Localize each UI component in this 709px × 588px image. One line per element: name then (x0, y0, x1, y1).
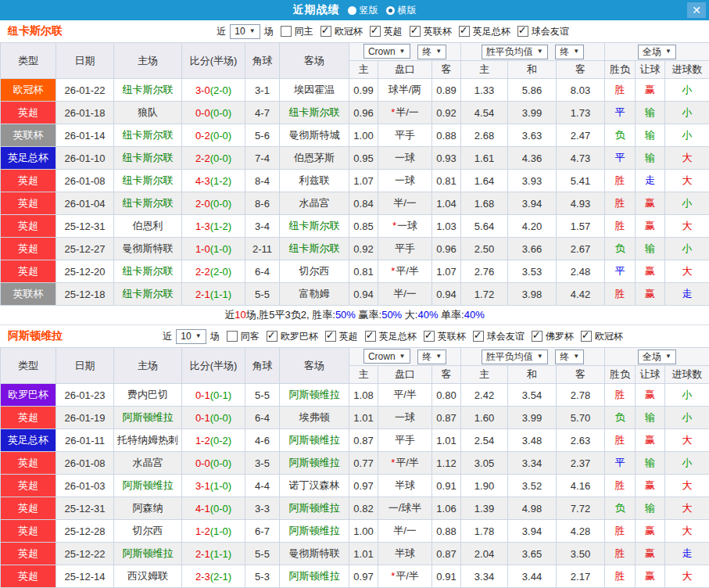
eu-home-odds: 2.42 (461, 384, 508, 407)
same-venue-label[interactable]: 同客 (241, 330, 260, 343)
col-ah-home: 主 (349, 366, 378, 384)
summary-part: 近 (224, 309, 235, 321)
eu-away-odds: 4.73 (557, 147, 605, 170)
eu-home-odds: 1.64 (461, 170, 508, 192)
full-time-score: 2-1 (195, 289, 210, 300)
ah-final-select[interactable]: 终▼ (417, 350, 446, 364)
corners: 5-5 (245, 384, 280, 407)
competition-label[interactable]: 佛罗杯 (546, 330, 574, 343)
competition-checkbox[interactable] (320, 26, 331, 37)
competition-label[interactable]: 英足总杯 (473, 25, 510, 38)
home-team: 阿斯顿维拉 (114, 407, 182, 429)
ah-line: *平/半 (378, 260, 432, 283)
half-time-score: (0-2) (210, 435, 231, 446)
close-icon[interactable]: ✕ (687, 2, 706, 18)
match-row: 英超26-01-08水晶宫0-0(0-0)3-5阿斯顿维拉0.77*平/半1.1… (1, 452, 709, 475)
scope-select[interactable]: 全场▼ (638, 45, 676, 59)
ah-final-select[interactable]: 终▼ (417, 45, 446, 59)
competition-label[interactable]: 英联杯 (438, 330, 466, 343)
ah-away-odds: 0.94 (432, 283, 461, 306)
filter-bar: 近10▼场同主欧冠杯英超英联杯英足总杯球会友谊 (77, 24, 709, 39)
eu-draw-odds: 4.36 (508, 147, 557, 170)
games-count-select[interactable]: 10▼ (176, 329, 206, 344)
match-date: 26-01-19 (56, 407, 114, 429)
eu-draw-odds: 3.63 (508, 124, 557, 147)
col-ah-home: 主 (349, 61, 378, 79)
competition-label[interactable]: 英超 (384, 25, 403, 38)
competition-checkbox[interactable] (424, 331, 435, 342)
match-date: 25-12-31 (56, 497, 114, 520)
same-venue-label[interactable]: 同主 (295, 25, 313, 38)
chevron-down-icon: ▼ (537, 48, 543, 55)
vertical-layout-label[interactable]: 竖版 (360, 4, 378, 17)
full-time-score: 2-3 (195, 571, 210, 583)
match-date: 25-12-31 (56, 215, 114, 238)
team-section-aston-villa: 阿斯顿维拉 近10▼场同客欧罗巴杯英超英足总杯英联杯球会友谊佛罗杯欧冠杯 类型 … (0, 324, 709, 588)
competition-label[interactable]: 欧冠杯 (335, 25, 363, 38)
col-home: 主场 (114, 348, 182, 384)
competition-checkbox[interactable] (473, 331, 484, 342)
eu-home-odds: 2.68 (461, 124, 508, 147)
ah-home-odds: 0.97 (349, 565, 378, 588)
competition-checkbox[interactable] (532, 331, 542, 342)
vertical-layout-radio[interactable] (348, 6, 356, 15)
bookmaker-select[interactable]: Crown▼ (363, 44, 410, 59)
competition-checkbox[interactable] (517, 26, 528, 37)
col-away: 客场 (280, 43, 349, 79)
ah-home-odds: 1.07 (349, 170, 378, 192)
ah-line: 半/一 (378, 520, 432, 543)
competition-label[interactable]: 英超 (339, 330, 358, 343)
odds-type-select[interactable]: 胜平负均值▼ (482, 45, 548, 59)
competition-checkbox[interactable] (370, 26, 381, 37)
result-handicap: 赢 (636, 79, 665, 102)
result-wdl: 平 (605, 147, 636, 170)
odds-type-select[interactable]: 胜平负均值▼ (482, 350, 548, 364)
result-goals: 大 (665, 215, 709, 238)
team-bar: 纽卡斯尔联 近10▼场同主欧冠杯英超英联杯英足总杯球会友谊 (0, 20, 709, 42)
competition-checkbox[interactable] (267, 331, 278, 342)
col-wdl: 胜负 (605, 61, 636, 79)
competition-checkbox[interactable] (459, 26, 470, 37)
handicap-star: * (391, 570, 395, 582)
same-venue-checkbox[interactable] (227, 331, 238, 342)
col-ah-line: 盘口 (378, 366, 432, 384)
horizontal-layout-radio[interactable] (386, 6, 395, 15)
horizontal-layout-label[interactable]: 横版 (398, 4, 417, 17)
competition-label[interactable]: 英联杯 (424, 25, 452, 38)
competition-label[interactable]: 欧冠杯 (595, 330, 623, 343)
half-time-score: (2-1) (210, 571, 231, 583)
games-count-select[interactable]: 10▼ (230, 24, 260, 39)
chevron-down-icon: ▼ (665, 353, 671, 360)
competition-checkbox[interactable] (581, 331, 592, 342)
ah-home-odds: 0.82 (349, 497, 378, 520)
result-goals: 大 (665, 170, 709, 192)
col-eu-draw: 和 (508, 61, 557, 79)
eu-away-odds: 2.67 (557, 238, 605, 260)
competition-label[interactable]: 球会友谊 (487, 330, 525, 343)
near-label: 近 (163, 330, 172, 343)
ah-away-odds: 1.07 (432, 260, 461, 283)
type-badge: 英超 (1, 192, 56, 215)
home-team: 纽卡斯尔联 (114, 147, 182, 170)
home-team: 阿斯顿维拉 (114, 543, 182, 565)
chevron-down-icon: ▼ (665, 48, 671, 55)
score: 2-0(0-0) (182, 192, 245, 215)
competition-checkbox[interactable] (325, 331, 336, 342)
away-team: 阿斯顿维拉 (280, 497, 349, 520)
competition-label[interactable]: 欧罗巴杯 (281, 330, 318, 343)
competition-label[interactable]: 球会友谊 (532, 25, 569, 38)
competition-checkbox[interactable] (365, 331, 376, 342)
scope-select[interactable]: 全场▼ (638, 350, 676, 364)
ah-line-text: 平手 (395, 434, 415, 446)
col-ah-away: 客 (432, 366, 461, 384)
competition-label[interactable]: 英足总杯 (379, 330, 417, 343)
eu-draw-odds: 4.20 (508, 215, 557, 238)
competition-checkbox[interactable] (410, 26, 421, 37)
eu-final-select[interactable]: 终▼ (555, 350, 584, 364)
ah-line-text: 球半/两 (389, 84, 422, 95)
match-row: 英超26-01-08纽卡斯尔联4-3(1-2)8-4利兹联1.07一球0.811… (1, 170, 709, 192)
bookmaker-select[interactable]: Crown▼ (363, 349, 410, 364)
eu-final-select[interactable]: 终▼ (555, 45, 584, 59)
recent-results-panel: 近期战绩 竖版 横版 ✕ 纽卡斯尔联 近10▼场同主欧冠杯英超英联杯英足总杯球会… (0, 0, 709, 588)
same-venue-checkbox[interactable] (281, 26, 292, 37)
